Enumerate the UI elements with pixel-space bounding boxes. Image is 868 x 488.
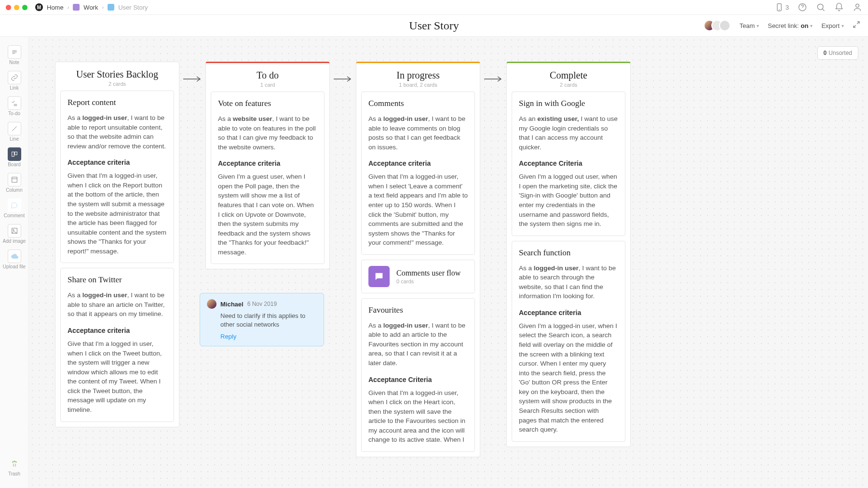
svg-point-4	[817, 4, 823, 10]
device-count: 3	[786, 4, 789, 11]
device-indicator[interactable]: 3	[774, 2, 789, 12]
breadcrumb-home[interactable]: Home	[47, 4, 64, 11]
avatar[interactable]	[719, 20, 731, 31]
folder-icon	[73, 4, 80, 11]
svg-line-8	[854, 25, 856, 27]
chevron-down-icon: ▾	[757, 23, 759, 28]
svg-line-7	[857, 22, 859, 24]
chevron-right-icon: ›	[102, 4, 104, 10]
topbar: M Home › Work › User Story 3	[0, 0, 868, 15]
topbar-right: 3	[774, 2, 862, 12]
search-icon[interactable]	[816, 2, 826, 12]
secret-link-dropdown[interactable]: Secret link: on▾	[768, 22, 813, 29]
maximize-icon[interactable]	[22, 5, 27, 10]
help-icon[interactable]	[798, 2, 807, 12]
window-controls	[6, 5, 27, 10]
topbar-left: M Home › Work › User Story	[6, 3, 148, 11]
user-icon[interactable]	[853, 2, 862, 12]
close-icon[interactable]	[6, 5, 11, 10]
svg-point-6	[856, 4, 859, 7]
chevron-right-icon: ›	[68, 4, 69, 10]
collaborator-avatars[interactable]	[704, 20, 731, 31]
header-actions: Team▾ Secret link: on▾ Export▾	[704, 20, 860, 31]
team-dropdown[interactable]: Team▾	[739, 22, 759, 29]
team-label: Team	[739, 22, 755, 29]
chevron-down-icon: ▾	[841, 23, 844, 28]
bell-icon[interactable]	[834, 2, 844, 12]
page-title: User Story	[409, 19, 459, 32]
phone-icon	[774, 2, 784, 12]
secret-link-state: on	[801, 22, 809, 29]
svg-line-5	[822, 9, 824, 11]
expand-icon[interactable]	[853, 21, 860, 30]
page-header: User Story Team▾ Secret link: on▾ Export…	[0, 15, 868, 37]
app-logo-icon[interactable]: M	[35, 3, 43, 11]
page-icon	[108, 4, 114, 11]
export-label: Export	[821, 22, 840, 29]
chevron-down-icon: ▾	[810, 23, 813, 28]
breadcrumb: M Home › Work › User Story	[35, 3, 148, 11]
minimize-icon[interactable]	[14, 5, 19, 10]
breadcrumb-work[interactable]: Work	[83, 4, 98, 11]
export-dropdown[interactable]: Export▾	[821, 22, 844, 29]
secret-link-label: Secret link:	[768, 22, 799, 29]
breadcrumb-page[interactable]: User Story	[118, 4, 148, 11]
